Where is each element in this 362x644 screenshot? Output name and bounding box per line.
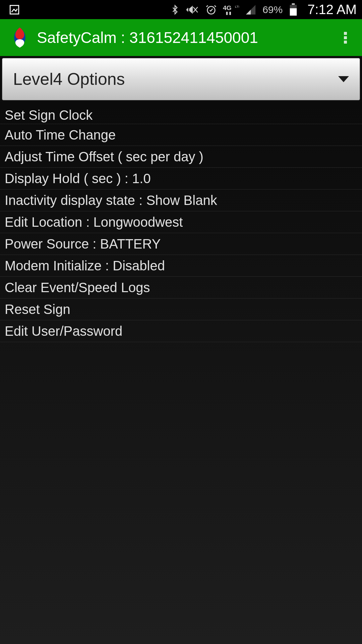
option-display-hold[interactable]: Display Hold ( sec ) : 1.0 — [0, 168, 362, 190]
silent-vibrate-icon — [186, 4, 199, 16]
signal-4g-icon: 4G LTE — [223, 4, 239, 16]
cell-signal-icon — [245, 4, 256, 15]
svg-rect-14 — [290, 8, 297, 15]
option-auto-time-change[interactable]: Auto Time Change — [0, 124, 362, 146]
option-modem-initialize[interactable]: Modem Initialize : Disabled — [0, 255, 362, 277]
option-adjust-time-offset[interactable]: Adjust Time Offset ( sec per day ) — [0, 146, 362, 168]
option-clear-logs[interactable]: Clear Event/Speed Logs — [0, 277, 362, 299]
svg-marker-8 — [226, 12, 228, 15]
option-reset-sign[interactable]: Reset Sign — [0, 299, 362, 320]
status-bar: 4G LTE 69% 7:12 AM — [0, 0, 362, 19]
alarm-icon — [205, 4, 217, 15]
option-edit-location[interactable]: Edit Location : Longwoodwest — [0, 211, 362, 233]
app-logo-icon — [8, 26, 32, 49]
image-icon — [9, 4, 20, 15]
svg-line-4 — [206, 5, 208, 7]
dots-icon — [344, 32, 347, 35]
option-set-sign-clock[interactable]: Set Sign Clock — [0, 102, 362, 124]
svg-rect-12 — [292, 3, 295, 5]
overflow-menu-button[interactable] — [328, 19, 362, 56]
app-title: SafetyCalm : 316152411450001 — [37, 29, 328, 47]
battery-percent: 69% — [262, 4, 283, 15]
svg-text:LTE: LTE — [235, 5, 239, 8]
bluetooth-icon — [170, 4, 180, 16]
option-inactivity-display[interactable]: Inactivity display state : Show Blank — [0, 190, 362, 211]
svg-marker-11 — [246, 10, 251, 14]
options-list: Set Sign Clock Auto Time Change Adjust T… — [0, 102, 362, 644]
app-bar: SafetyCalm : 316152411450001 — [0, 19, 362, 56]
option-edit-user-password[interactable]: Edit User/Password — [0, 320, 362, 342]
svg-marker-9 — [229, 12, 231, 15]
svg-text:4G: 4G — [223, 4, 232, 11]
option-power-source[interactable]: Power Source : BATTERY — [0, 233, 362, 255]
svg-line-5 — [215, 5, 216, 7]
spinner-selected-label: Level4 Options — [13, 69, 338, 89]
level-spinner[interactable]: Level4 Options — [2, 58, 360, 100]
chevron-down-icon — [338, 76, 349, 82]
status-clock: 7:12 AM — [307, 2, 357, 17]
battery-icon — [289, 3, 298, 16]
